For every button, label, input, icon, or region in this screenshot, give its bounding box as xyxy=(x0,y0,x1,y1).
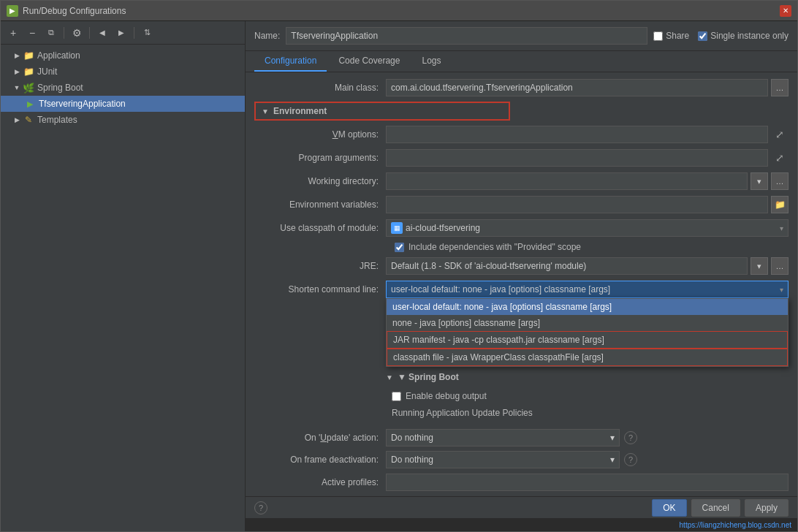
content-area: + − ⧉ ⚙ ◀ ▶ ⇅ ▶ 📁 Application xyxy=(1,21,797,531)
apply-button[interactable]: Apply xyxy=(745,499,788,517)
shorten-option-jar[interactable]: JAR manifest - java -cp classpath.jar cl… xyxy=(387,331,788,349)
main-class-input[interactable] xyxy=(386,79,768,96)
running-app-label: Running Application Update Policies xyxy=(386,408,533,418)
program-args-input[interactable] xyxy=(386,149,768,167)
shorten-option-user-local[interactable]: user-local default: none - java [options… xyxy=(387,299,788,315)
separator-2 xyxy=(89,27,90,39)
env-vars-input[interactable] xyxy=(386,196,768,213)
shorten-option-none[interactable]: none - java [options] classname [args] xyxy=(387,315,788,331)
config-tree: ▶ 📁 Application ▶ 📁 JUnit ▼ 🌿 Spring Boo… xyxy=(1,45,245,531)
active-profiles-input[interactable] xyxy=(386,474,788,491)
separator-1 xyxy=(64,27,64,39)
vm-options-row: VM options: ⤢ xyxy=(254,125,788,144)
environment-section[interactable]: ▼ Environment xyxy=(254,102,510,121)
on-update-help[interactable]: ? xyxy=(624,431,637,444)
tree-item-application[interactable]: ▶ 📁 Application xyxy=(1,48,245,64)
springboot-subsection[interactable]: ▼ ▼ Spring Boot xyxy=(386,372,459,382)
tab-code-coverage[interactable]: Code Coverage xyxy=(328,51,410,72)
bottom-bar: ? OK Cancel Apply xyxy=(246,496,797,518)
classpath-field: ▦ ai-cloud-tfservering ▾ xyxy=(386,219,788,237)
ok-button[interactable]: OK xyxy=(652,499,686,517)
window-title: Run/Debug Configurations xyxy=(23,6,126,16)
on-update-row: On 'Update' action: Do nothing ▾ ? xyxy=(254,429,788,446)
shorten-cmd-field: user-local default: none - java [options… xyxy=(386,281,788,298)
tab-bar: Configuration Code Coverage Logs xyxy=(246,51,797,72)
jre-browse-btn[interactable]: … xyxy=(771,257,788,275)
add-config-button[interactable]: + xyxy=(5,25,21,41)
single-instance-label[interactable]: Single instance only xyxy=(698,31,788,41)
program-args-field: ⤢ xyxy=(386,149,788,167)
active-profiles-row: Active profiles: xyxy=(254,473,788,492)
name-input[interactable]: TfserveringApplication xyxy=(286,27,647,45)
share-checkbox-label[interactable]: Share xyxy=(653,31,689,41)
folder-icon-junit: 📁 xyxy=(23,66,34,77)
working-dir-browse[interactable]: … xyxy=(771,172,788,190)
prev-button[interactable]: ◀ xyxy=(94,25,110,41)
arrow-templates: ▶ xyxy=(12,115,21,124)
global-help-button[interactable]: ? xyxy=(254,501,267,514)
springboot-sub-arrow: ▼ xyxy=(386,373,393,381)
working-dir-dropdown[interactable]: ▾ xyxy=(750,172,768,190)
env-vars-field: 📁 xyxy=(386,196,788,213)
copy-config-button[interactable]: ⧉ xyxy=(43,25,59,41)
arrow-application: ▶ xyxy=(12,51,21,60)
env-vars-label: Environment variables: xyxy=(254,200,386,210)
tree-item-tfservering[interactable]: ▶ TfserveringApplication xyxy=(1,96,245,112)
main-class-browse-button[interactable]: … xyxy=(771,79,788,96)
jre-dropdown-btn[interactable]: ▾ xyxy=(750,257,768,275)
vm-options-input[interactable] xyxy=(386,126,768,143)
shorten-cmd-select[interactable]: user-local default: none - java [options… xyxy=(386,281,788,298)
working-dir-field: ▾ … xyxy=(386,172,788,190)
vm-options-expand[interactable]: ⤢ xyxy=(771,126,788,143)
main-class-label: Main class: xyxy=(254,83,386,93)
module-icon: ▦ xyxy=(391,222,403,234)
tree-label-templates: Templates xyxy=(37,115,77,125)
form-area: Main class: … ▼ Environment VM options: xyxy=(246,72,797,496)
environment-title: Environment xyxy=(273,106,327,116)
folder-icon-application: 📁 xyxy=(23,50,34,61)
right-panel: Name: TfserveringApplication Share Singl… xyxy=(246,21,797,531)
single-instance-checkbox[interactable] xyxy=(698,31,707,41)
tab-configuration[interactable]: Configuration xyxy=(254,51,327,72)
classpath-module-select[interactable]: ▦ ai-cloud-tfservering ▾ xyxy=(386,219,788,237)
templates-icon: ✎ xyxy=(23,114,34,126)
main-window: ▶ Run/Debug Configurations ✕ + − ⧉ ⚙ ◀ ▶… xyxy=(0,0,798,532)
on-frame-help[interactable]: ? xyxy=(624,453,637,466)
arrow-springboot: ▼ xyxy=(12,83,21,92)
link-bar: https://liangzhicheng.blog.csdn.net xyxy=(246,518,797,531)
jre-row: JRE: Default (1.8 - SDK of 'ai-cloud-tfs… xyxy=(254,256,788,276)
cancel-button[interactable]: Cancel xyxy=(691,499,740,517)
env-vars-browse[interactable]: 📁 xyxy=(771,196,788,213)
tab-logs[interactable]: Logs xyxy=(411,51,451,72)
include-deps-checkbox[interactable] xyxy=(395,243,404,252)
working-dir-input[interactable] xyxy=(386,172,748,190)
tree-item-junit[interactable]: ▶ 📁 JUnit xyxy=(1,64,245,80)
next-button[interactable]: ▶ xyxy=(113,25,129,41)
remove-config-button[interactable]: − xyxy=(24,25,40,41)
main-class-field: … xyxy=(386,79,788,96)
debug-output-row: Enable debug output xyxy=(254,391,788,401)
program-args-row: Program arguments: ⤢ xyxy=(254,148,788,167)
left-panel: + − ⧉ ⚙ ◀ ▶ ⇅ ▶ 📁 Application xyxy=(1,21,246,531)
program-args-expand[interactable]: ⤢ xyxy=(771,149,788,167)
name-row: Name: TfserveringApplication Share Singl… xyxy=(246,21,797,51)
close-button[interactable]: ✕ xyxy=(780,5,791,17)
share-checkbox[interactable] xyxy=(653,31,663,41)
blog-link[interactable]: https://liangzhicheng.blog.csdn.net xyxy=(680,521,791,529)
shorten-cmd-label: Shorten command line: xyxy=(254,284,386,294)
enable-debug-checkbox[interactable] xyxy=(392,392,401,401)
shorten-option-classpath[interactable]: classpath file - java WrapperClass class… xyxy=(387,349,788,366)
on-update-arrow: ▾ xyxy=(610,433,615,443)
active-profiles-field xyxy=(386,474,788,491)
tree-item-springboot[interactable]: ▼ 🌿 Spring Boot xyxy=(1,80,245,96)
vm-options-label: VM options: xyxy=(254,129,386,140)
on-update-select[interactable]: Do nothing ▾ xyxy=(386,429,620,446)
jre-select[interactable]: Default (1.8 - SDK of 'ai-cloud-tfserver… xyxy=(386,257,748,275)
settings-button[interactable]: ⚙ xyxy=(69,25,85,41)
env-vars-row: Environment variables: 📁 xyxy=(254,195,788,214)
tree-item-templates[interactable]: ▶ ✎ Templates xyxy=(1,112,245,128)
springboot-section-row: ▼ ▼ Spring Boot xyxy=(254,368,788,387)
tree-label-springboot: Spring Boot xyxy=(37,83,83,93)
on-frame-select[interactable]: Do nothing ▾ xyxy=(386,451,620,468)
sort-button[interactable]: ⇅ xyxy=(139,25,155,41)
